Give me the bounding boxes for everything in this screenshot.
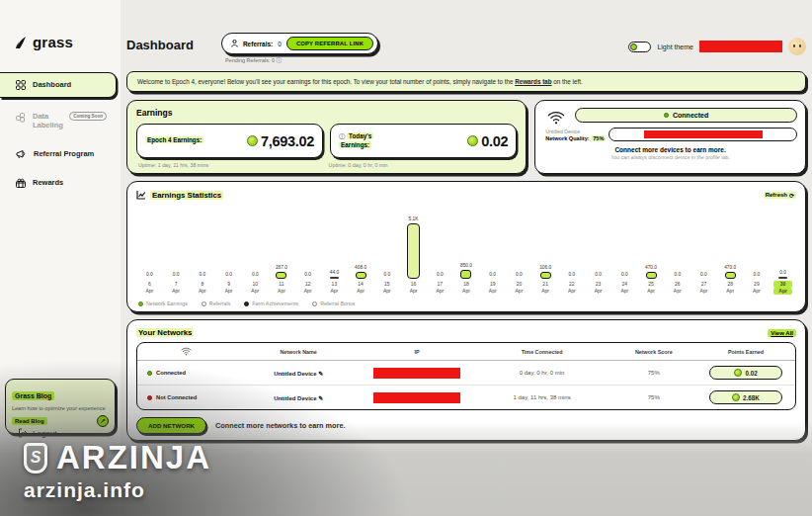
legend-item[interactable]: Referrals [202,301,231,306]
table-row: ConnectedUntitled Device ✎0 day, 0 hr, 0… [137,361,795,386]
chart-bar [460,270,471,279]
bar-value-label: 106.0 [539,265,551,270]
referrals-pill: Referrals: 0 COPY REFERRAL LINK [221,33,378,54]
date-tick: 10Apr [242,281,269,295]
bar-value-label: 0.0 [383,272,390,277]
logout-button[interactable]: Logout [18,428,56,438]
chart-column: 0.0 [506,272,532,279]
bar-value-label: 0.0 [437,272,444,277]
device-ip-pill [609,128,797,141]
sidebar-item-label: Data Labeling [33,112,62,130]
sidebar-item-dashboard[interactable]: Dashboard [0,72,117,98]
table-header-row: Network Name IP Time Connected Network S… [137,343,795,361]
view-all-link[interactable]: View All [768,329,796,337]
legend-dot [312,301,317,306]
sidebar: grass Dashboard Data Labeling Coming Soo… [0,0,121,516]
edit-name-icon[interactable]: ✎ [316,395,323,401]
network-quality-label: Network Quality: [545,135,589,141]
redacted-ip [373,368,460,379]
chart-column: 106.0 [532,265,559,279]
avatar[interactable] [788,38,806,55]
sidebar-item-data-labeling[interactable]: Data Labeling Coming Soon [0,107,121,135]
bar-value-label: 267.0 [276,265,287,270]
date-tick: 19Apr [479,281,506,295]
date-tick: 9Apr [215,281,242,295]
bar-value-label: 0.0 [674,272,681,277]
chart-bar [356,272,366,279]
welcome-banner: Welcome to Epoch 4, everyone! Below you'… [126,71,806,92]
arrow-up-right-icon[interactable]: ↗ [97,415,109,427]
legend-item[interactable]: Network Earnings [138,301,188,306]
grass-logo-icon [14,36,28,49]
read-blog-link[interactable]: Read Blog [12,417,47,425]
chart-column: 408.0 [348,265,374,279]
sidebar-item-referral-program[interactable]: Referral Program [0,144,121,164]
bar-value-label: 0.0 [252,272,259,277]
redacted-ip [373,392,460,403]
date-tick: 16Apr [400,281,427,295]
epoch-uptime: Uptime: 1 day, 11 hrs, 38 mins [136,162,327,168]
date-tick: 24Apr [611,281,638,295]
grass-coin-icon [467,135,478,146]
copy-referral-link-button[interactable]: COPY REFERRAL LINK [286,37,373,50]
table-row: Not ConnectedUntitled Device ✎1 day, 11 … [137,386,795,409]
chart-column: 0.0 [215,272,242,279]
pending-referrals-text: Pending Referrals: 0 ⓘ [225,57,378,64]
chart-bar-dash [330,277,339,279]
date-tick: 7Apr [163,281,190,295]
refresh-button[interactable]: Refresh⟳ [764,192,796,199]
coming-soon-badge: Coming Soon [69,112,107,121]
chart-column: 0.0 [373,272,400,279]
points-earned-cell: 2.68K [696,390,795,404]
today-earnings-card: ⓘToday's Earnings: 0.02 [330,124,517,158]
rewards-tab-link[interactable]: Rewards tab [515,78,551,85]
bar-value-label: 5.1K [409,216,419,221]
chart-icon [136,190,146,200]
device-name: Untitled Device [545,129,603,134]
chart-column: 0.0 [770,270,796,279]
theme-label: Light theme [657,43,693,50]
sidebar-nav: Dashboard Data Labeling Coming Soon Refe… [0,72,121,193]
add-network-button[interactable]: ADD NETWORK [136,417,206,434]
referrals-label: Referrals: [243,41,273,47]
date-tick: 21Apr [532,281,559,295]
legend-item[interactable]: Farm Achievements [244,301,298,306]
network-name-cell: Untitled Device ✎ [236,394,362,401]
refresh-icon: ⟳ [789,192,794,199]
chart-column: 0.0 [479,272,506,279]
date-tick: 11Apr [269,281,295,295]
date-tick: 27Apr [690,281,717,295]
connection-status-label: Connected [673,112,708,119]
bar-value-label: 850.0 [460,263,472,268]
device-status-panel: Connected Untitled Device Network Qualit… [534,100,806,174]
bar-value-label: 0.0 [621,272,628,277]
sidebar-item-rewards[interactable]: Rewards [0,173,121,193]
earnings-statistics-panel: Earnings Statistics Refresh⟳ 0.00.00.00.… [126,181,806,312]
time-connected-cell: 1 day, 11 hrs, 38 mins [473,394,611,400]
network-quality-value: 75% [591,135,606,141]
bar-value-label: 0.0 [304,272,311,277]
legend-item[interactable]: Referral Bonus [312,301,355,306]
dashboard-icon [16,80,26,90]
date-tick: 20Apr [506,281,532,295]
theme-toggle[interactable] [628,42,651,52]
column-header: IP [361,349,472,355]
date-tick: 22Apr [559,281,586,295]
chart-bar [725,272,736,279]
date-tick: 30Apr [770,281,796,295]
date-tick: 14Apr [348,281,374,295]
wifi-icon [547,111,565,125]
sidebar-item-label: Rewards [33,178,63,187]
your-networks-panel: Your Networks View All Network Name IP T… [126,319,806,441]
chart-column: 0.0 [744,272,771,279]
statistics-title: Earnings Statistics [150,191,223,200]
chart-column: 0.0 [585,272,611,279]
today-earnings-value: 0.02 [481,133,508,149]
app-logo-text: grass [33,34,73,50]
bar-value-label: 0.0 [569,272,576,277]
date-tick: 25Apr [638,281,665,295]
banner-suffix: on the left. [552,78,583,85]
points-pill: 2.68K [709,390,782,404]
chart-column: 0.0 [559,272,586,279]
edit-name-icon[interactable]: ✎ [316,371,323,377]
